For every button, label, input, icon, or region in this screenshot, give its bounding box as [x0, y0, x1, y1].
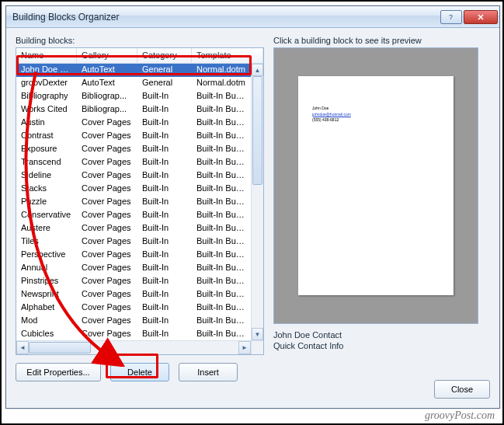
- cell-gallery: Cover Pages: [77, 288, 137, 301]
- preview-description: Quick Contact Info: [273, 341, 490, 350]
- cell-gallery: Cover Pages: [77, 169, 137, 183]
- cell-gallery: Cover Pages: [77, 209, 137, 222]
- cell-category: Built-In: [137, 275, 192, 288]
- cell-template: Built-In Buil...: [192, 103, 251, 117]
- cell-name: groovDexter: [16, 77, 77, 90]
- table-row[interactable]: SidelineCover PagesBuilt-InBuilt-In Buil…: [16, 169, 251, 183]
- cell-name: Perspective: [16, 249, 77, 262]
- cell-name: Cubicles: [16, 328, 77, 340]
- preview-box: John Doe johndoe@hotmail.com (555) 438-6…: [273, 47, 478, 324]
- scroll-right-button[interactable]: ►: [238, 341, 251, 354]
- cell-category: Built-In: [137, 222, 192, 235]
- cell-template: Built-In Buil...: [192, 183, 251, 196]
- table-row[interactable]: NewsprintCover PagesBuilt-InBuilt-In Bui…: [16, 288, 251, 301]
- window-buttons: ?: [439, 10, 498, 24]
- cell-category: Built-In: [137, 328, 192, 340]
- cell-template: Built-In Buil...: [192, 169, 251, 183]
- table-row[interactable]: ModCover PagesBuilt-InBuilt-In Buil...: [16, 315, 251, 328]
- table-row[interactable]: BibliographyBibliograp...Built-InBuilt-I…: [16, 90, 251, 103]
- building-blocks-label: Building blocks:: [16, 36, 264, 45]
- cell-name: Newsprint: [16, 288, 77, 301]
- cell-template: Built-In Buil...: [192, 328, 251, 340]
- scroll-corner: [251, 340, 263, 354]
- cell-gallery: Cover Pages: [77, 196, 137, 209]
- table-row[interactable]: AustereCover PagesBuilt-InBuilt-In Buil.…: [16, 222, 251, 235]
- table-row[interactable]: StacksCover PagesBuilt-InBuilt-In Buil..…: [16, 183, 251, 196]
- table-row[interactable]: PuzzleCover PagesBuilt-InBuilt-In Buil..…: [16, 196, 251, 209]
- scroll-track[interactable]: [252, 76, 263, 328]
- col-name[interactable]: Name: [16, 48, 77, 63]
- preview-line-2: johndoe@hotmail.com: [312, 112, 440, 118]
- table-row[interactable]: Works CitedBibliograp...Built-InBuilt-In…: [16, 103, 251, 117]
- right-pane: Click a building block to see its previe…: [273, 36, 490, 350]
- cell-name: Bibliography: [16, 90, 77, 103]
- cell-gallery: Cover Pages: [77, 328, 137, 340]
- close-button[interactable]: Close: [434, 380, 490, 399]
- hscroll-track[interactable]: [29, 341, 238, 354]
- table-row[interactable]: ContrastCover PagesBuilt-InBuilt-In Buil…: [16, 130, 251, 143]
- cell-template: Built-In Buil...: [192, 235, 251, 249]
- scroll-thumb[interactable]: [252, 76, 262, 185]
- help-button[interactable]: ?: [440, 10, 462, 24]
- cell-gallery: Cover Pages: [77, 249, 137, 262]
- table-row[interactable]: John Doe C...AutoTextGeneralNormal.dotm: [16, 64, 251, 77]
- vertical-scrollbar[interactable]: ▲ ▼: [251, 64, 263, 340]
- table-row[interactable]: TranscendCover PagesBuilt-InBuilt-In Bui…: [16, 156, 251, 169]
- table-row[interactable]: ExposureCover PagesBuilt-InBuilt-In Buil…: [16, 143, 251, 156]
- hscroll-thumb[interactable]: [29, 342, 91, 354]
- cell-category: Built-In: [137, 288, 192, 301]
- cell-gallery: Bibliograp...: [77, 90, 137, 103]
- scroll-up-button[interactable]: ▲: [252, 64, 263, 76]
- dialog-content: Building blocks: Name Gallery Category T…: [6, 28, 499, 408]
- col-category[interactable]: Category: [137, 48, 192, 63]
- edit-properties-button[interactable]: Edit Properties...: [16, 363, 101, 381]
- titlebar[interactable]: Building Blocks Organizer ?: [6, 6, 499, 28]
- preview-name: John Doe Contact: [273, 330, 490, 340]
- table-row[interactable]: TilesCover PagesBuilt-InBuilt-In Buil...: [16, 235, 251, 249]
- horizontal-scrollbar[interactable]: ◄ ►: [16, 340, 251, 354]
- cell-category: Built-In: [137, 169, 192, 183]
- cell-template: Built-In Buil...: [192, 315, 251, 328]
- cell-gallery: Cover Pages: [77, 301, 137, 315]
- table-row[interactable]: CubiclesCover PagesBuilt-InBuilt-In Buil…: [16, 328, 251, 340]
- cell-name: Stacks: [16, 183, 77, 196]
- table-row[interactable]: PinstripesCover PagesBuilt-InBuilt-In Bu…: [16, 275, 251, 288]
- cell-category: Built-In: [137, 249, 192, 262]
- cell-category: Built-In: [137, 143, 192, 156]
- watermark: groovyPost.com: [425, 409, 495, 422]
- table-row[interactable]: PerspectiveCover PagesBuilt-InBuilt-In B…: [16, 249, 251, 262]
- cell-name: Sideline: [16, 169, 77, 183]
- scroll-left-button[interactable]: ◄: [16, 341, 29, 354]
- table-row[interactable]: groovDexterAutoTextGeneralNormal.dotm: [16, 77, 251, 90]
- col-gallery[interactable]: Gallery: [77, 48, 137, 63]
- cell-name: Annual: [16, 262, 77, 275]
- insert-button[interactable]: Insert: [179, 363, 238, 381]
- cell-template: Built-In Buil...: [192, 156, 251, 169]
- cell-template: Built-In Buil...: [192, 288, 251, 301]
- cell-name: Conservative: [16, 209, 77, 222]
- cell-category: Built-In: [137, 156, 192, 169]
- svg-text:?: ?: [449, 13, 453, 21]
- cell-gallery: Bibliograp...: [77, 103, 137, 117]
- close-window-button[interactable]: [464, 10, 498, 24]
- table-row[interactable]: ConservativeCover PagesBuilt-InBuilt-In …: [16, 209, 251, 222]
- cell-template: Built-In Buil...: [192, 222, 251, 235]
- cell-template: Normal.dotm: [192, 64, 251, 77]
- table-row[interactable]: AnnualCover PagesBuilt-InBuilt-In Buil..…: [16, 262, 251, 275]
- cell-gallery: Cover Pages: [77, 130, 137, 143]
- left-pane: Building blocks: Name Gallery Category T…: [16, 36, 264, 381]
- cell-category: Built-In: [137, 103, 192, 117]
- table-row[interactable]: AlphabetCover PagesBuilt-InBuilt-In Buil…: [16, 301, 251, 315]
- cell-name: Mod: [16, 315, 77, 328]
- col-template[interactable]: Template: [192, 48, 263, 63]
- preview-label: Click a building block to see its previe…: [273, 36, 490, 45]
- cell-category: General: [137, 64, 192, 77]
- cell-name: Tiles: [16, 235, 77, 249]
- delete-button[interactable]: Delete: [110, 363, 169, 381]
- cell-gallery: Cover Pages: [77, 222, 137, 235]
- cell-gallery: Cover Pages: [77, 275, 137, 288]
- cell-name: Austere: [16, 222, 77, 235]
- scroll-down-button[interactable]: ▼: [252, 328, 263, 340]
- building-blocks-table: Name Gallery Category Template John Doe …: [16, 47, 264, 355]
- table-row[interactable]: AustinCover PagesBuilt-InBuilt-In Buil..…: [16, 117, 251, 130]
